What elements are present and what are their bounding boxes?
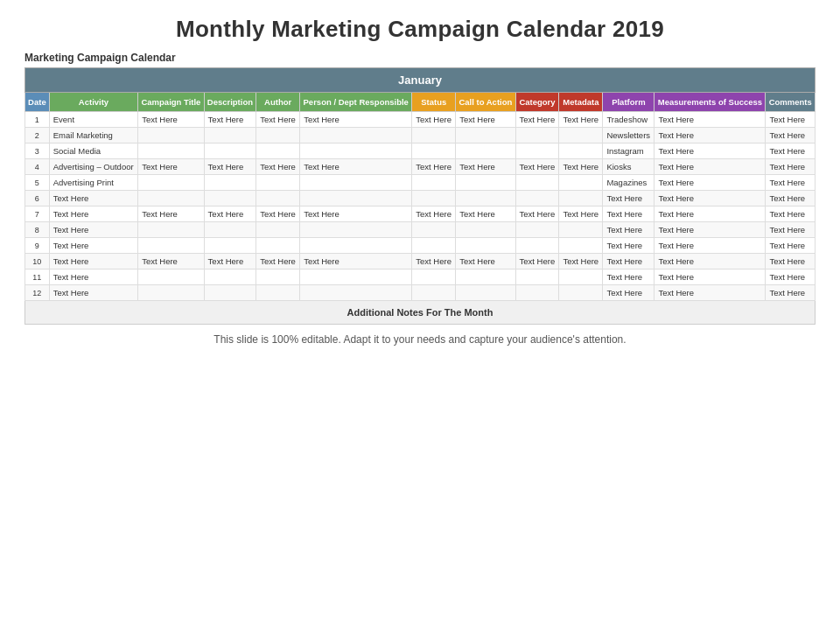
month-label: January: [25, 68, 816, 93]
col-header-description: Description: [204, 93, 256, 112]
col-header-comments: Comments: [766, 93, 816, 112]
column-header-row: Date Activity Campaign Title Description…: [25, 93, 816, 112]
table-row: 10Text HereText HereText HereText HereTe…: [25, 254, 816, 270]
section-label: Marketing Campaign Calendar: [24, 52, 816, 64]
table-row: 8Text HereText HereText HereText Here: [25, 222, 816, 238]
col-header-metadata: Metadata: [559, 93, 603, 112]
table-row: 3Social MediaInstagramText HereText Here: [25, 144, 816, 159]
table-row: 7Text HereText HereText HereText HereTex…: [25, 206, 816, 222]
col-header-author: Author: [256, 93, 300, 112]
col-header-date: Date: [25, 93, 50, 112]
table-row: 4Advertising – OutdoorText HereText Here…: [25, 159, 816, 175]
table-row: 1EventText HereText HereText HereText He…: [25, 112, 816, 128]
footer-row: Additional Notes For The Month: [25, 301, 816, 325]
col-header-measurements: Measurements of Success: [654, 93, 766, 112]
col-header-platform: Platform: [603, 93, 654, 112]
table-row: 6Text HereText HereText HereText Here: [25, 191, 816, 206]
page-title: Monthly Marketing Campaign Calendar 2019: [24, 16, 816, 43]
col-header-person: Person / Dept Responsible: [300, 93, 412, 112]
table-row: 2Email MarketingNewslettersText HereText…: [25, 128, 816, 144]
table-row: 11Text HereText HereText HereText Here: [25, 270, 816, 285]
calendar-table: January Date Activity Campaign Title Des…: [24, 67, 816, 325]
footer-note: Additional Notes For The Month: [25, 301, 816, 325]
col-header-campaign: Campaign Title: [138, 93, 204, 112]
month-header-row: January: [25, 68, 816, 93]
bottom-note: This slide is 100% editable. Adapt it to…: [24, 333, 816, 346]
col-header-category: Category: [515, 93, 559, 112]
table-row: 12Text HereText HereText HereText Here: [25, 285, 816, 301]
col-header-status: Status: [412, 93, 456, 112]
table-row: 5Advertising PrintMagazinesText HereText…: [25, 175, 816, 191]
col-header-activity: Activity: [49, 93, 137, 112]
table-row: 9Text HereText HereText HereText Here: [25, 238, 816, 254]
col-header-cta: Call to Action: [456, 93, 515, 112]
